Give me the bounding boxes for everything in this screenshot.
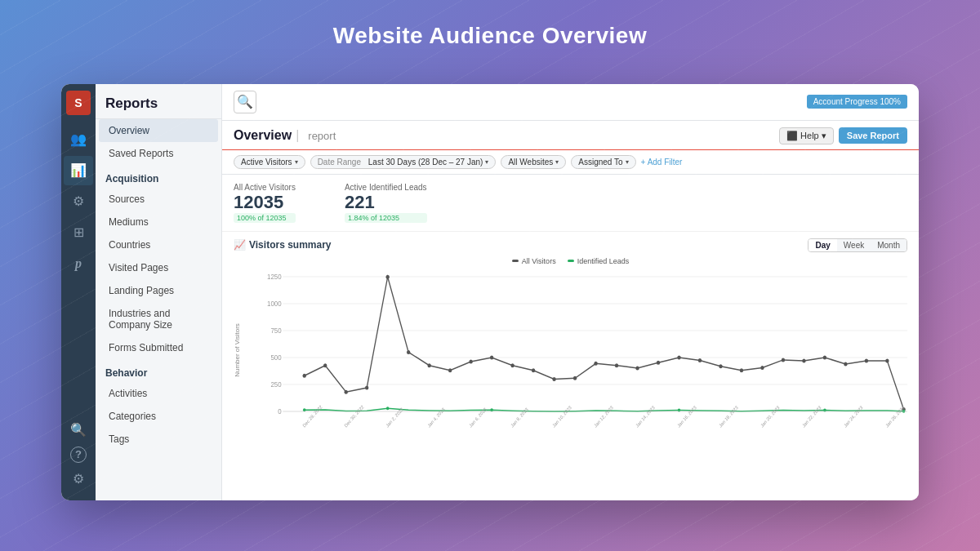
svg-point-15 <box>365 385 368 389</box>
sidebar-item-tags[interactable]: Tags <box>99 428 218 451</box>
svg-point-33 <box>740 368 743 372</box>
stat-leads: Active Identified Leads 221 1.84% of 120… <box>345 183 427 223</box>
date-range-value: Last 30 Days (28 Dec – 27 Jan) <box>368 158 483 167</box>
legend-dot-leads <box>568 260 574 262</box>
icon-rail: S 👥 📊 ⚙ ⊞ p 🔍 ? ⚙ <box>61 84 96 500</box>
svg-point-14 <box>345 389 348 393</box>
sidebar-item-landing-pages[interactable]: Landing Pages <box>99 279 218 302</box>
sidebar-item-countries[interactable]: Countries <box>99 233 218 256</box>
sidebar-item-activities[interactable]: Activities <box>99 382 218 405</box>
stat-all-visitors: All Active Visitors 12035 100% of 12035 <box>234 183 296 223</box>
leads-label: Active Identified Leads <box>345 183 427 192</box>
assigned-to-label: Assigned To <box>578 158 622 167</box>
svg-text:Jan 24, 2023: Jan 24, 2023 <box>843 404 863 428</box>
svg-point-37 <box>823 355 826 359</box>
search-icon-rail[interactable]: 🔍 <box>64 415 93 445</box>
users-icon[interactable]: 👥 <box>64 125 93 154</box>
svg-point-35 <box>782 358 785 362</box>
filter-assigned-to[interactable]: Assigned To ▾ <box>571 155 635 169</box>
svg-point-28 <box>635 366 639 370</box>
svg-text:1000: 1000 <box>267 299 282 308</box>
separator: | <box>296 128 299 143</box>
svg-text:250: 250 <box>270 380 281 389</box>
svg-point-21 <box>490 355 493 359</box>
sidebar-section-acquisition: Acquisition <box>96 165 221 188</box>
y-axis-label: Number of Visitors <box>234 323 241 377</box>
svg-point-36 <box>802 358 805 362</box>
settings-icon[interactable]: ⚙ <box>64 187 93 216</box>
svg-text:Jan 8, 2023: Jan 8, 2023 <box>510 407 528 429</box>
all-visitors-pct: 100% of 12035 <box>234 213 296 223</box>
main-content: 🔍 Account Progress 100% Overview | repor… <box>222 84 919 500</box>
svg-text:Jan 18, 2023: Jan 18, 2023 <box>718 404 738 428</box>
toggle-month[interactable]: Month <box>871 239 906 251</box>
sidebar-item-sources[interactable]: Sources <box>99 188 218 211</box>
help-icon-rail[interactable]: ? <box>70 447 87 463</box>
svg-text:Jan 20, 2023: Jan 20, 2023 <box>760 404 780 428</box>
sidebar-item-forms[interactable]: Forms Submitted <box>99 336 218 359</box>
gear-icon-rail[interactable]: ⚙ <box>64 464 93 494</box>
sidebar-item-overview[interactable]: Overview <box>99 119 218 142</box>
report-label: report <box>308 130 336 142</box>
all-websites-label: All Websites <box>508 158 553 167</box>
sidebar-item-saved-reports[interactable]: Saved Reports <box>99 142 218 165</box>
toggle-week[interactable]: Week <box>837 239 871 251</box>
sidebar-item-categories[interactable]: Categories <box>99 405 218 428</box>
sidebar-item-visited-pages[interactable]: Visited Pages <box>99 256 218 279</box>
svg-point-12 <box>303 373 306 377</box>
sidebar: Reports Overview Saved Reports Acquisiti… <box>96 84 222 500</box>
svg-text:Dec 30, 2022: Dec 30, 2022 <box>343 404 364 429</box>
chart-container: 📈 Visitors summary Day Week Month All Vi… <box>222 232 919 500</box>
svg-point-23 <box>532 368 535 372</box>
help-button[interactable]: ⬛ Help ▾ <box>779 127 834 144</box>
svg-text:750: 750 <box>270 326 281 335</box>
svg-point-22 <box>510 363 514 367</box>
svg-text:Jan 4, 2023: Jan 4, 2023 <box>426 407 445 429</box>
svg-point-17 <box>407 350 410 354</box>
all-visitors-value: 12035 <box>234 193 296 211</box>
chart-icon[interactable]: 📊 <box>64 156 93 185</box>
svg-text:Jan 26, 2023: Jan 26, 2023 <box>884 404 905 428</box>
p-icon[interactable]: p <box>64 249 93 278</box>
add-filter-button[interactable]: + Add Filter <box>641 158 683 167</box>
grid-icon[interactable]: ⊞ <box>64 218 93 247</box>
app-container: S 👥 📊 ⚙ ⊞ p 🔍 ? ⚙ Reports Overview Saved… <box>61 84 919 500</box>
svg-text:Jan 10, 2023: Jan 10, 2023 <box>551 404 572 428</box>
active-visitors-label: Active Visitors <box>241 158 292 167</box>
chart-svg-wrapper: 0 250 500 750 1000 1250 <box>261 269 907 432</box>
legend-all-visitors: All Visitors <box>512 257 556 265</box>
page-title: Website Audience Overview <box>0 23 980 49</box>
top-bar: 🔍 Account Progress 100% <box>222 84 919 121</box>
svg-text:Jan 16, 2023: Jan 16, 2023 <box>676 404 697 428</box>
visitors-chart: 0 250 500 750 1000 1250 <box>261 269 907 432</box>
legend-dot-all <box>512 260 519 262</box>
search-button[interactable]: 🔍 <box>234 91 256 113</box>
save-report-button[interactable]: Save Report <box>839 127 907 144</box>
app-logo[interactable]: S <box>66 91 91 115</box>
sidebar-section-behavior: Behavior <box>96 359 221 382</box>
sidebar-item-industries[interactable]: Industries and Company Size <box>99 302 218 336</box>
legend-identified-leads: Identified Leads <box>568 257 630 265</box>
filter-bar: Active Visitors ▾ Date Range Last 30 Day… <box>222 150 919 175</box>
all-visitors-label: All Active Visitors <box>234 183 296 192</box>
svg-point-13 <box>323 363 327 367</box>
svg-point-16 <box>385 274 389 278</box>
svg-point-38 <box>844 362 847 366</box>
filter-active-visitors[interactable]: Active Visitors ▾ <box>234 155 305 169</box>
toggle-day[interactable]: Day <box>808 239 836 251</box>
svg-point-40 <box>885 358 889 362</box>
chart-header: 📈 Visitors summary Day Week Month <box>234 238 907 252</box>
svg-point-26 <box>594 361 597 365</box>
leads-pct: 1.84% of 12035 <box>345 213 427 223</box>
sidebar-item-mediums[interactable]: Mediums <box>99 211 218 233</box>
filter-date-range[interactable]: Date Range Last 30 Days (28 Dec – 27 Jan… <box>310 155 497 169</box>
svg-text:1250: 1250 <box>267 272 282 281</box>
chevron-down-icon-website: ▾ <box>555 158 559 166</box>
filter-all-websites[interactable]: All Websites ▾ <box>501 155 566 169</box>
svg-point-42 <box>303 408 306 411</box>
chart-toggle: Day Week Month <box>808 238 907 252</box>
chart-icon-title: 📈 <box>234 239 246 251</box>
svg-point-43 <box>386 407 390 410</box>
chart-legend: All Visitors Identified Leads <box>234 257 907 265</box>
chart-title: 📈 Visitors summary <box>234 239 332 251</box>
